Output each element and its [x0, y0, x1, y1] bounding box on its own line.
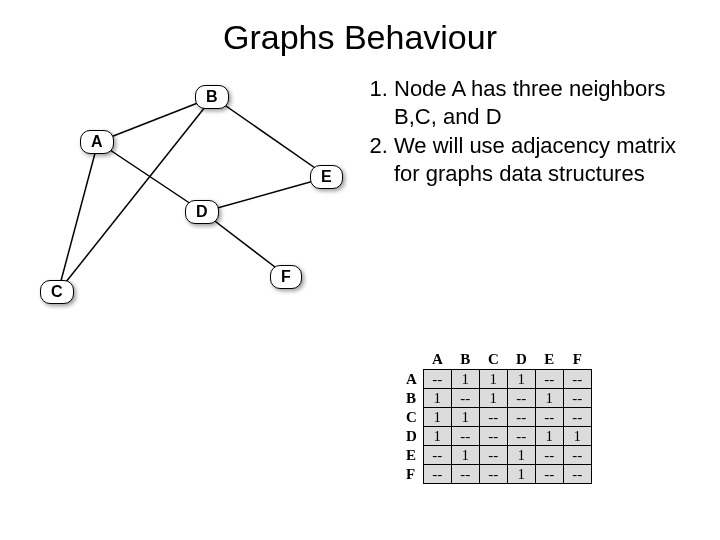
note-item: Node A has three neighbors B,C, and D	[394, 75, 680, 130]
matrix-cell: --	[535, 465, 563, 484]
graph-edge	[98, 142, 203, 212]
graph-node-a: A	[80, 130, 114, 154]
matrix-cell: 1	[451, 370, 479, 389]
matrix-cell: --	[479, 408, 507, 427]
matrix-cell: --	[423, 465, 451, 484]
matrix-cell: --	[535, 408, 563, 427]
note-item: We will use adjacency matrix for graphs …	[394, 132, 680, 187]
matrix-col-head: E	[535, 350, 563, 370]
content-row: ABCDEF Node A has three neighbors B,C, a…	[0, 75, 720, 365]
graph-node-b: B	[195, 85, 229, 109]
matrix-row-head: F	[400, 465, 423, 484]
matrix-cell: --	[563, 465, 591, 484]
graph-node-c: C	[40, 280, 74, 304]
graph-node-e: E	[310, 165, 343, 189]
matrix-cell: 1	[563, 427, 591, 446]
graph-edge	[213, 97, 328, 177]
matrix-cell: --	[451, 389, 479, 408]
matrix-cell: --	[451, 465, 479, 484]
page-title: Graphs Behaviour	[0, 0, 720, 57]
text-panel: Node A has three neighbors B,C, and DWe …	[360, 75, 700, 365]
matrix-cell: --	[507, 389, 535, 408]
matrix-cell: --	[563, 389, 591, 408]
matrix-cell: 1	[479, 370, 507, 389]
graph-edge	[58, 142, 98, 292]
adjacency-table: ABCDEFA--111----B1--1--1--C11--------D1-…	[400, 350, 592, 484]
notes-list: Node A has three neighbors B,C, and DWe …	[360, 75, 680, 187]
matrix-cell: 1	[535, 427, 563, 446]
matrix-cell: --	[479, 446, 507, 465]
matrix-cell: --	[507, 408, 535, 427]
matrix-col-head: B	[451, 350, 479, 370]
matrix-cell: --	[423, 446, 451, 465]
matrix-cell: 1	[479, 389, 507, 408]
matrix-row-head: D	[400, 427, 423, 446]
adjacency-matrix: ABCDEFA--111----B1--1--1--C11--------D1-…	[400, 350, 592, 484]
matrix-cell: --	[507, 427, 535, 446]
matrix-cell: --	[479, 465, 507, 484]
matrix-row-head: C	[400, 408, 423, 427]
matrix-cell: 1	[507, 465, 535, 484]
matrix-col-head: C	[479, 350, 507, 370]
matrix-cell: --	[423, 370, 451, 389]
matrix-row-head: B	[400, 389, 423, 408]
matrix-cell: --	[451, 427, 479, 446]
graph-edge	[58, 97, 213, 292]
matrix-cell: 1	[423, 408, 451, 427]
graph-panel: ABCDEF	[0, 75, 360, 365]
matrix-row-head: A	[400, 370, 423, 389]
graph-node-d: D	[185, 200, 219, 224]
matrix-cell: 1	[535, 389, 563, 408]
matrix-cell: --	[563, 446, 591, 465]
matrix-cell: --	[535, 370, 563, 389]
matrix-cell: 1	[451, 446, 479, 465]
matrix-cell: --	[563, 408, 591, 427]
matrix-cell: 1	[423, 389, 451, 408]
matrix-cell: --	[479, 427, 507, 446]
graph-edge	[203, 177, 328, 212]
matrix-cell: 1	[451, 408, 479, 427]
matrix-cell: 1	[507, 370, 535, 389]
matrix-col-head: A	[423, 350, 451, 370]
matrix-cell: --	[563, 370, 591, 389]
matrix-cell: --	[535, 446, 563, 465]
matrix-col-head: D	[507, 350, 535, 370]
matrix-row-head: E	[400, 446, 423, 465]
matrix-cell: 1	[423, 427, 451, 446]
matrix-col-head: F	[563, 350, 591, 370]
graph-node-f: F	[270, 265, 302, 289]
graph-diagram: ABCDEF	[30, 75, 350, 335]
matrix-cell: 1	[507, 446, 535, 465]
